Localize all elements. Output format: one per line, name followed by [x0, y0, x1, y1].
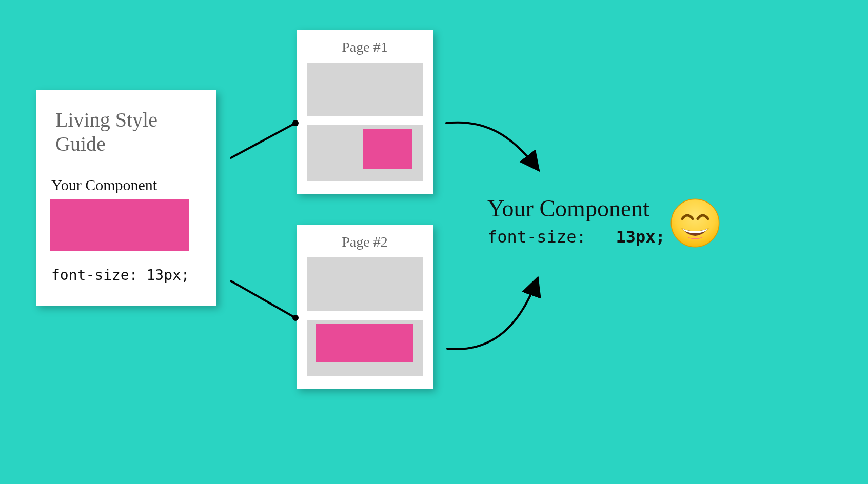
- page-title: Page #2: [307, 234, 423, 250]
- result-css-value: 13px;: [616, 227, 665, 247]
- placeholder-block: [307, 320, 423, 376]
- component-label: Your Component: [51, 176, 202, 194]
- placeholder-block: [307, 125, 423, 182]
- style-guide-card: Living Style Guide Your Component font-s…: [36, 90, 216, 306]
- component-instance: [316, 324, 413, 362]
- svg-line-3: [231, 281, 295, 318]
- component-swatch: [50, 199, 189, 251]
- svg-point-0: [671, 199, 719, 247]
- page-card-1: Page #1: [297, 30, 433, 194]
- style-guide-title: Living Style Guide: [55, 108, 202, 156]
- placeholder-block: [307, 63, 423, 116]
- svg-line-1: [231, 123, 295, 158]
- grinning-face-emoji-icon: [669, 197, 721, 249]
- component-instance: [363, 129, 412, 169]
- page-card-2: Page #2: [297, 225, 433, 389]
- placeholder-block: [307, 257, 423, 311]
- result-css-prop: font-size:: [487, 227, 586, 247]
- page-title: Page #1: [307, 39, 423, 55]
- style-guide-css: font-size: 13px;: [51, 267, 202, 284]
